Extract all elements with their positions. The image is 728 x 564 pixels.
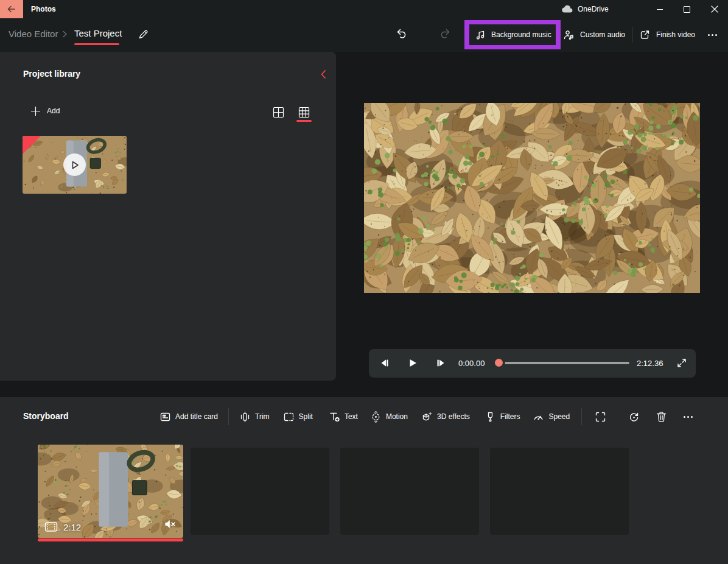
- delete-button[interactable]: [653, 408, 670, 425]
- project-library-title: Project library: [23, 69, 80, 79]
- redo-button[interactable]: [436, 26, 453, 43]
- toolbar-divider: [632, 27, 632, 43]
- ellipsis-icon: [684, 416, 693, 418]
- custom-audio-button[interactable]: Custom audio: [563, 25, 625, 44]
- window-controls: [646, 0, 728, 18]
- next-frame-button[interactable]: [432, 354, 449, 372]
- trim-icon: [239, 411, 251, 423]
- storyboard-more-button[interactable]: [679, 408, 696, 425]
- speed-label: Speed: [548, 412, 570, 421]
- maximize-icon: [684, 6, 690, 13]
- storyboard-divider: [581, 408, 582, 425]
- export-icon: [639, 29, 651, 41]
- current-time: 0:00.00: [458, 359, 485, 368]
- pencil-icon: [138, 29, 149, 40]
- breadcrumb-project-name[interactable]: Test Project: [74, 28, 122, 38]
- seek-track[interactable]: [494, 362, 629, 364]
- storyboard-empty-slot: [490, 448, 629, 535]
- back-button[interactable]: [0, 0, 23, 18]
- add-title-card-button[interactable]: Add title card: [159, 411, 218, 423]
- minimize-icon: [657, 9, 663, 10]
- next-frame-icon: [435, 358, 446, 368]
- custom-audio-label: Custom audio: [580, 30, 625, 39]
- video-preview-frame: [364, 103, 700, 293]
- fullscreen-button[interactable]: [673, 354, 690, 372]
- 3d-effects-icon: [421, 411, 433, 423]
- redo-icon: [438, 27, 452, 41]
- selected-corner-badge: [23, 136, 41, 154]
- aspect-fit-button[interactable]: [592, 408, 609, 425]
- play-icon: [407, 358, 418, 368]
- trash-icon: [655, 411, 668, 423]
- library-video-thumbnail[interactable]: [23, 136, 127, 194]
- split-label: Split: [299, 412, 313, 421]
- project-name-underline: [74, 43, 119, 45]
- add-label: Add: [47, 107, 60, 115]
- playback-controls: 0:00.00 2:12.36: [369, 349, 696, 378]
- split-button[interactable]: Split: [283, 411, 313, 423]
- music-note-icon: [475, 30, 486, 40]
- plus-icon: [30, 106, 41, 116]
- play-button[interactable]: [404, 354, 421, 372]
- film-strip-icon: [44, 521, 58, 532]
- close-icon: [711, 5, 718, 13]
- motion-icon: [370, 411, 382, 423]
- more-options-button[interactable]: [702, 25, 723, 44]
- play-icon: [70, 160, 80, 170]
- text-button[interactable]: Text: [329, 411, 358, 423]
- 3d-effects-label: 3D effects: [437, 412, 470, 421]
- clip-mute-badge[interactable]: [164, 519, 177, 532]
- trim-label: Trim: [255, 412, 270, 421]
- background-music-button[interactable]: Background music: [469, 24, 556, 45]
- motion-label: Motion: [386, 412, 408, 421]
- ellipsis-icon: [708, 34, 717, 36]
- storyboard-divider: [228, 408, 229, 425]
- onedrive-status[interactable]: OneDrive: [561, 0, 609, 18]
- large-grid-view-button[interactable]: [269, 103, 287, 121]
- add-title-card-label: Add title card: [175, 412, 218, 421]
- finish-video-label: Finish video: [656, 30, 695, 39]
- command-toolbar: Video Editor Test Project: [0, 18, 728, 52]
- text-icon: [329, 411, 340, 423]
- motion-button[interactable]: Motion: [370, 411, 408, 423]
- previous-frame-icon: [379, 358, 390, 368]
- clip-duration: 2:12: [63, 522, 81, 532]
- close-button[interactable]: [701, 0, 728, 18]
- undo-button[interactable]: [393, 26, 410, 43]
- minimize-button[interactable]: [646, 0, 673, 18]
- add-media-button[interactable]: Add: [30, 102, 60, 120]
- finish-video-button[interactable]: Finish video: [639, 25, 695, 44]
- fullscreen-expand-icon: [676, 358, 687, 368]
- storyboard-toolbar: Add title card Trim Split: [159, 406, 696, 428]
- clip-selected-indicator: [38, 538, 183, 541]
- clip-duration-badge: 2:12: [44, 521, 81, 532]
- rename-project-button[interactable]: [133, 24, 153, 44]
- photos-video-editor-window: Photos OneDrive Video Editor Test Projec…: [0, 0, 728, 564]
- background-music-label: Background music: [491, 30, 551, 39]
- text-label: Text: [345, 412, 358, 421]
- storyboard-clip[interactable]: 2:12: [38, 445, 183, 538]
- video-preview[interactable]: [364, 103, 700, 293]
- seek-handle[interactable]: [492, 356, 505, 369]
- speed-button[interactable]: Speed: [533, 411, 570, 423]
- trim-button[interactable]: Trim: [239, 411, 270, 423]
- collapse-panel-button[interactable]: [315, 66, 331, 82]
- onedrive-label: OneDrive: [578, 5, 609, 13]
- previous-frame-button[interactable]: [376, 354, 393, 372]
- filters-button[interactable]: Filters: [485, 411, 520, 423]
- background-music-highlight: Background music: [464, 20, 561, 49]
- play-overlay-button[interactable]: [63, 153, 86, 176]
- app-title: Photos: [31, 0, 56, 18]
- maximize-button[interactable]: [673, 0, 701, 18]
- filters-icon: [485, 411, 496, 423]
- breadcrumb-video-editor[interactable]: Video Editor: [9, 29, 58, 39]
- storyboard-title: Storyboard: [23, 411, 69, 421]
- grid-2x2-icon: [272, 106, 285, 119]
- storyboard-panel: Storyboard Add title card Trim: [0, 397, 728, 564]
- rotate-button[interactable]: [625, 408, 642, 425]
- cloud-icon: [561, 5, 573, 13]
- 3d-effects-button[interactable]: 3D effects: [421, 411, 470, 423]
- total-duration: 2:12.36: [637, 359, 663, 368]
- small-grid-view-button[interactable]: [295, 103, 313, 121]
- rotate-icon: [628, 411, 640, 423]
